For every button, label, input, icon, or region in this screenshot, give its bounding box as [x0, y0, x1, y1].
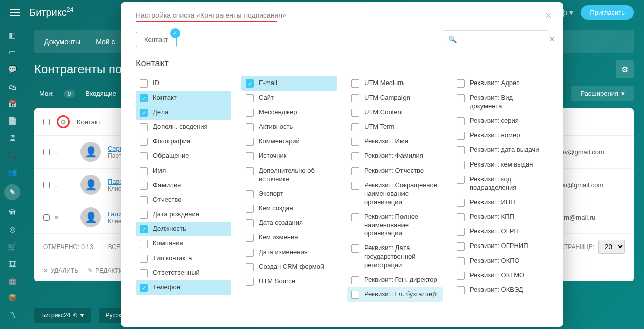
field-checkbox-item[interactable]: UTM Medium	[347, 76, 443, 91]
field-checkbox-item[interactable]: Реквизит: ОКТМО	[453, 268, 548, 283]
rail-icon[interactable]: 🖶	[7, 133, 17, 143]
field-checkbox-item[interactable]: Реквизит: ИНН	[453, 195, 548, 210]
field-checkbox-item[interactable]: Имя	[136, 163, 231, 178]
field-label: Реквизит: Гл. бухгалтер	[364, 290, 436, 299]
field-checkbox-item[interactable]: Реквизит: Дата государственной регистрац…	[347, 241, 443, 273]
field-checkbox-item[interactable]: Мессенджер	[242, 105, 337, 120]
field-checkbox-item[interactable]: Источник	[242, 149, 337, 163]
row-menu-icon[interactable]: ≡	[55, 181, 58, 189]
field-checkbox-item[interactable]: Реквизит: Имя	[347, 134, 443, 149]
rail-icon[interactable]: ◧	[7, 30, 17, 40]
field-checkbox-item[interactable]: Реквизит: Адрес	[453, 76, 548, 91]
field-checkbox-item[interactable]: Дата создания	[242, 216, 337, 230]
clear-icon[interactable]: ✕	[549, 35, 555, 43]
field-checkbox-item[interactable]: Активность	[242, 120, 337, 134]
page-settings-icon[interactable]: ⚙	[616, 60, 634, 78]
rail-icon[interactable]: 📄	[7, 116, 17, 126]
field-checkbox-item[interactable]: Реквизит: Ген. директор	[347, 273, 443, 287]
field-checkbox-item[interactable]: Реквизит: ОКПО	[453, 254, 548, 268]
field-checkbox-item[interactable]: Реквизит: дата выдачи	[453, 143, 548, 157]
field-checkbox-item[interactable]: Реквизит: номер	[453, 128, 548, 143]
field-checkbox-item[interactable]: Обращение	[136, 149, 231, 163]
row-checkbox[interactable]	[43, 149, 50, 155]
rail-icon[interactable]: 📞	[7, 150, 17, 160]
field-checkbox-item[interactable]: Реквизит: Гл. бухгалтер✎	[347, 287, 443, 302]
delete-button[interactable]: ✕ УДАЛИТЬ	[43, 267, 78, 274]
field-checkbox-item[interactable]: Реквизит: серия	[453, 114, 548, 128]
field-checkbox-item[interactable]: Реквизит: ОКВЭД	[453, 283, 548, 297]
grid-settings-icon[interactable]: ⚙	[57, 115, 70, 128]
field-checkbox-item[interactable]: ✓Телефон	[136, 280, 231, 295]
invite-button[interactable]: Пригласить	[581, 5, 634, 20]
field-checkbox-item[interactable]: Ответственный	[136, 266, 231, 280]
onpage-select[interactable]: 20	[598, 240, 625, 254]
field-checkbox-item[interactable]: Реквизит: Полное наименование организаци…	[347, 210, 443, 241]
bitrix-button[interactable]: Битрикс24© ▾	[34, 308, 91, 323]
field-checkbox-item[interactable]: Отчество	[136, 193, 231, 207]
field-checkbox-item[interactable]: Экспорт	[242, 187, 337, 201]
entity-pill[interactable]: Контакт ✓	[136, 32, 177, 47]
row-checkbox[interactable]	[43, 182, 50, 188]
pencil-icon[interactable]: ✎	[433, 290, 438, 298]
field-checkbox-item[interactable]: Дополн. сведения	[136, 120, 231, 134]
tab-documents[interactable]: Документы	[44, 38, 80, 46]
rail-icon[interactable]: 〽	[7, 310, 17, 320]
field-checkbox-item[interactable]: Кем изменен	[242, 230, 337, 245]
rail-icon[interactable]: 💬	[7, 64, 17, 74]
field-checkbox-item[interactable]: Реквизит: ОГРНИП	[453, 239, 548, 254]
filter-incoming[interactable]: Входящие	[85, 90, 116, 97]
field-checkbox-item[interactable]: Реквизит: Отчество	[347, 163, 443, 178]
tab-my[interactable]: Мой с	[96, 38, 115, 46]
close-icon[interactable]: ✕	[545, 10, 552, 21]
field-checkbox-item[interactable]: Кем создан	[242, 201, 337, 216]
rail-icon[interactable]: 📦	[7, 293, 17, 303]
field-checkbox-item[interactable]: Дата рождения	[136, 207, 231, 222]
field-checkbox-item[interactable]: UTM Content	[347, 105, 443, 120]
field-checkbox-item[interactable]: Тип контакта	[136, 251, 231, 266]
row-menu-icon[interactable]: ≡	[55, 214, 58, 221]
field-checkbox-item[interactable]: Реквизит: Сокращенное наименование орган…	[347, 178, 443, 210]
field-checkbox-item[interactable]: UTM Source	[242, 274, 337, 289]
rail-icon[interactable]: ◎	[7, 224, 17, 234]
rail-icon[interactable]: 🏛	[7, 207, 17, 217]
field-checkbox-item[interactable]: Сайт	[242, 91, 337, 105]
select-all-checkbox[interactable]	[43, 119, 50, 125]
field-checkbox-item[interactable]: Реквизит: код подразделения	[453, 172, 548, 195]
field-checkbox-item[interactable]: Фотография	[136, 134, 231, 149]
field-checkbox-item[interactable]: Реквизит: ОГРН	[453, 224, 548, 239]
field-checkbox-item[interactable]: Реквизит: Фамилия	[347, 149, 443, 163]
field-label: Кем создан	[259, 204, 293, 213]
field-checkbox-item[interactable]: UTM Campaign	[347, 91, 443, 105]
rail-icon[interactable]: 👥	[7, 167, 17, 177]
field-checkbox-item[interactable]: Реквизит: кем выдан	[453, 157, 548, 172]
menu-icon[interactable]	[10, 9, 20, 16]
row-checkbox[interactable]	[43, 214, 50, 221]
field-checkbox-item[interactable]: ✓Должность	[136, 222, 231, 236]
search-box[interactable]: 🔍 ✕	[443, 30, 548, 48]
field-checkbox-item[interactable]: Компания	[136, 236, 231, 251]
field-checkbox-item[interactable]: Фамилия	[136, 178, 231, 193]
field-checkbox-item[interactable]: Дата изменения	[242, 245, 337, 260]
rail-icon[interactable]: 🛒	[7, 241, 17, 252]
rail-icon-active[interactable]: ✎	[4, 184, 20, 200]
field-checkbox-item[interactable]: Реквизит: Вид документа	[453, 91, 548, 114]
field-checkbox-item[interactable]: Реквизит: КПП	[453, 210, 548, 224]
search-input[interactable]	[461, 36, 545, 43]
field-checkbox-item[interactable]: Комментарий	[242, 134, 337, 149]
field-checkbox-item[interactable]: Создан CRM-формой	[242, 260, 337, 274]
rail-icon[interactable]: 🖼	[7, 259, 17, 269]
field-checkbox-item[interactable]: ✓Дела	[136, 105, 231, 120]
extensions-button[interactable]: Расширения▾	[571, 86, 634, 101]
field-checkbox-item[interactable]: Дополнительно об источнике	[242, 163, 337, 187]
row-menu-icon[interactable]: ≡	[55, 148, 58, 156]
field-checkbox-item[interactable]: ✓E-mail	[242, 76, 337, 91]
field-checkbox-item[interactable]: ID	[136, 76, 231, 91]
checkbox-icon	[246, 263, 254, 271]
field-checkbox-item[interactable]: ✓Контакт	[136, 91, 231, 105]
rail-icon[interactable]: ▭	[7, 47, 17, 57]
col-header-contact[interactable]: Контакт	[77, 118, 101, 126]
rail-icon[interactable]: 🤖	[7, 276, 17, 286]
rail-icon[interactable]: 📅	[7, 99, 17, 109]
field-checkbox-item[interactable]: UTM Term	[347, 120, 443, 134]
rail-icon[interactable]: 🛍	[7, 81, 17, 92]
